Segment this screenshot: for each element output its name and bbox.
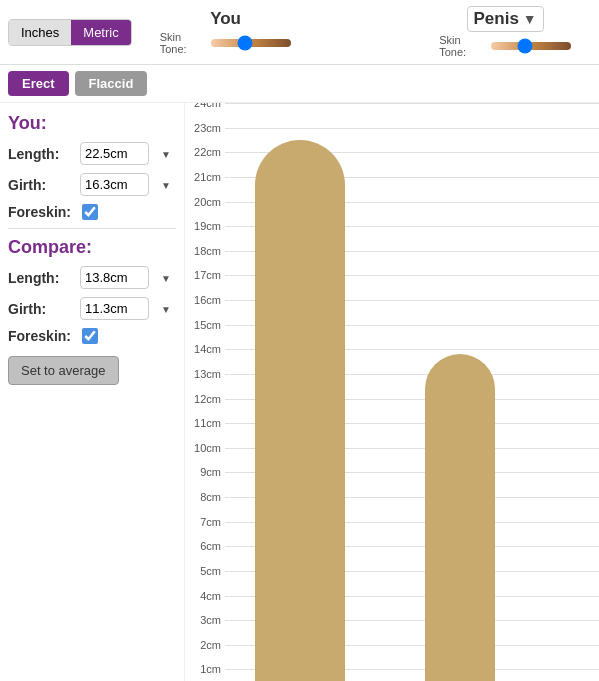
inches-button[interactable]: Inches <box>9 20 71 45</box>
y-tick-21: 21cm <box>194 171 221 183</box>
compare-skin-tone-row: Skin Tone: <box>439 34 571 58</box>
compare-length-select[interactable]: 13.8cm 12cm 10cm <box>80 266 149 289</box>
you-skin-tone-row: Skin Tone: <box>160 31 292 55</box>
you-skin-tone-label: Skin Tone: <box>160 31 208 55</box>
compare-length-row: Length: 13.8cm 12cm 10cm <box>8 266 176 289</box>
compare-foreskin-row: Foreskin: <box>8 328 176 344</box>
compare-girth-select[interactable]: 11.3cm 10cm 9cm <box>80 297 149 320</box>
state-bar: Erect Flaccid <box>0 65 599 103</box>
compare-length-select-wrapper: 13.8cm 12cm 10cm <box>80 266 176 289</box>
y-tick-10: 10cm <box>194 442 221 454</box>
y-tick-3: 3cm <box>200 614 221 626</box>
you-label: You <box>210 9 241 29</box>
y-tick-5: 5cm <box>200 565 221 577</box>
you-length-select[interactable]: 22.5cm 20cm 18cm <box>80 142 149 165</box>
you-length-select-wrapper: 22.5cm 20cm 18cm <box>80 142 176 165</box>
y-tick-20: 20cm <box>194 196 221 208</box>
compare-dropdown[interactable]: Penis ▼ <box>467 6 544 32</box>
compare-skin-tone-label: Skin Tone: <box>439 34 487 58</box>
compare-girth-select-wrapper: 11.3cm 10cm 9cm <box>80 297 176 320</box>
you-length-label: Length: <box>8 146 76 162</box>
y-tick-2: 2cm <box>200 639 221 651</box>
y-tick-11: 11cm <box>194 417 221 429</box>
y-tick-13: 13cm <box>194 368 221 380</box>
y-tick-8: 8cm <box>200 491 221 503</box>
sidebar: You: Length: 22.5cm 20cm 18cm Girth: 16.… <box>0 103 185 681</box>
main-layout: You: Length: 22.5cm 20cm 18cm Girth: 16.… <box>0 103 599 681</box>
y-tick-24: 24cm <box>194 103 221 109</box>
you-foreskin-checkbox[interactable] <box>82 204 98 220</box>
y-tick-4: 4cm <box>200 590 221 602</box>
you-girth-select-wrapper: 16.3cm 14cm 12cm <box>80 173 176 196</box>
grid-line-24 <box>225 103 599 104</box>
y-tick-14: 14cm <box>194 343 221 355</box>
y-tick-18: 18cm <box>194 245 221 257</box>
y-tick-23: 23cm <box>194 122 221 134</box>
chart-bars <box>225 103 599 681</box>
you-girth-select[interactable]: 16.3cm 14cm 12cm <box>80 173 149 196</box>
y-tick-1: 1cm <box>200 663 221 675</box>
you-foreskin-row: Foreskin: <box>8 204 176 220</box>
erect-button[interactable]: Erect <box>8 71 69 96</box>
compare-foreskin-label: Foreskin: <box>8 328 76 344</box>
grid-line-23 <box>225 128 599 129</box>
compare-dropdown-arrow: ▼ <box>523 11 537 27</box>
y-tick-15: 15cm <box>194 319 221 331</box>
chart-area: 24cm23cm22cm21cm20cm19cm18cm17cm16cm15cm… <box>185 103 599 681</box>
you-skin-tone-slider[interactable] <box>211 39 291 47</box>
flaccid-button[interactable]: Flaccid <box>75 71 148 96</box>
y-tick-9: 9cm <box>200 466 221 478</box>
compare-girth-row: Girth: 11.3cm 10cm 9cm <box>8 297 176 320</box>
compare-column-header: Penis ▼ Skin Tone: <box>439 6 571 58</box>
compare-label: Penis <box>474 9 519 29</box>
compare-skin-tone-slider[interactable] <box>491 42 571 50</box>
set-average-button[interactable]: Set to average <box>8 356 119 385</box>
compare-girth-label: Girth: <box>8 301 76 317</box>
compare-penis-shape <box>425 354 495 681</box>
y-tick-22: 22cm <box>194 146 221 158</box>
you-girth-row: Girth: 16.3cm 14cm 12cm <box>8 173 176 196</box>
you-girth-label: Girth: <box>8 177 76 193</box>
section-divider <box>8 228 176 229</box>
y-tick-6: 6cm <box>200 540 221 552</box>
you-column-header: You Skin Tone: <box>160 9 292 55</box>
you-foreskin-label: Foreskin: <box>8 204 76 220</box>
y-tick-7: 7cm <box>200 516 221 528</box>
y-tick-19: 19cm <box>194 220 221 232</box>
you-section-title: You: <box>8 113 176 134</box>
compare-foreskin-checkbox[interactable] <box>82 328 98 344</box>
compare-length-label: Length: <box>8 270 76 286</box>
you-length-row: Length: 22.5cm 20cm 18cm <box>8 142 176 165</box>
chart-inner: 24cm23cm22cm21cm20cm19cm18cm17cm16cm15cm… <box>185 103 599 681</box>
top-bar: Inches Metric You Skin Tone: Penis ▼ Ski… <box>0 0 599 65</box>
y-tick-12: 12cm <box>194 393 221 405</box>
y-tick-16: 16cm <box>194 294 221 306</box>
y-axis: 24cm23cm22cm21cm20cm19cm18cm17cm16cm15cm… <box>185 103 225 681</box>
you-penis-shape <box>255 140 345 681</box>
y-tick-17: 17cm <box>194 269 221 281</box>
metric-button[interactable]: Metric <box>71 20 130 45</box>
compare-section-title: Compare: <box>8 237 176 258</box>
unit-toggle: Inches Metric <box>8 19 132 46</box>
